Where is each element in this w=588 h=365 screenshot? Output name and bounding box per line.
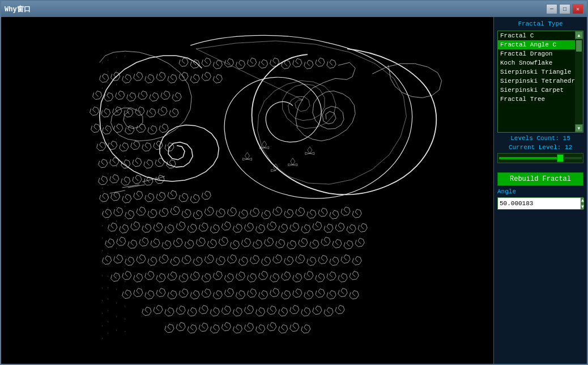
scroll-thumb-area: [575, 39, 583, 124]
listbox-scrollbar: ▲ ▼: [575, 31, 583, 132]
list-item-fractal-angle-c[interactable]: Fractal Angle C: [498, 40, 575, 49]
title-bar-buttons: ─ □ ✕: [546, 4, 583, 14]
scroll-up-button[interactable]: ▲: [575, 31, 583, 39]
list-item-sierpinski-carpet[interactable]: Sierpinski Carpet: [498, 86, 575, 95]
scroll-down-button[interactable]: ▼: [575, 124, 583, 132]
window-frame: Why窗口 ─ □ ✕ Level: 12, Vertices count: 4…: [0, 0, 588, 365]
list-item-fractal-tree[interactable]: Fractal Tree: [498, 95, 575, 104]
levels-count-label: Levels Count: 15: [497, 135, 583, 142]
maximize-button[interactable]: □: [559, 4, 570, 14]
fractal-type-listbox[interactable]: Fractal C Fractal Angle C Fractal Dragon…: [497, 31, 583, 133]
level-slider[interactable]: [497, 153, 583, 163]
rebuild-fractal-button[interactable]: Rebuild Fractal: [497, 172, 583, 186]
list-item-sierpinski-triangle[interactable]: Sierpinski Triangle: [498, 67, 575, 77]
fractal-display: [1, 17, 493, 364]
list-item-fractal-dragon[interactable]: Fractal Dragon: [498, 49, 575, 58]
angle-spinbox[interactable]: ▲ ▼: [497, 197, 583, 210]
spinbox-arrows: ▲ ▼: [581, 198, 584, 209]
spin-up-button[interactable]: ▲: [581, 198, 584, 204]
minimize-button[interactable]: ─: [546, 4, 557, 14]
title-bar: Why窗口 ─ □ ✕: [1, 1, 587, 17]
slider-fill: [499, 157, 561, 159]
list-item-sierpinski-tetrahedron[interactable]: Sierpinski Tetrahedron: [498, 77, 575, 86]
slider-track: [499, 157, 582, 159]
svg-rect-0: [8, 17, 486, 364]
close-button[interactable]: ✕: [572, 4, 583, 14]
fractal-type-label: Fractal Type: [497, 20, 583, 27]
scroll-thumb: [576, 40, 582, 52]
angle-label: Angle: [497, 188, 583, 195]
right-panel: Fractal Type Fractal C Fractal Angle C F…: [493, 17, 587, 364]
current-level-label: Current Level: 12: [497, 144, 583, 151]
content-area: Level: 12, Vertices count: 4097: [1, 17, 587, 364]
window-title: Why窗口: [5, 5, 31, 14]
spin-down-button[interactable]: ▼: [581, 204, 584, 210]
canvas-area: Level: 12, Vertices count: 4097: [1, 17, 493, 364]
angle-input[interactable]: [498, 198, 581, 209]
slider-thumb[interactable]: [557, 154, 564, 162]
list-item-koch-snowflake[interactable]: Koch Snowflake: [498, 58, 575, 67]
list-item-fractal-c[interactable]: Fractal C: [498, 31, 575, 40]
